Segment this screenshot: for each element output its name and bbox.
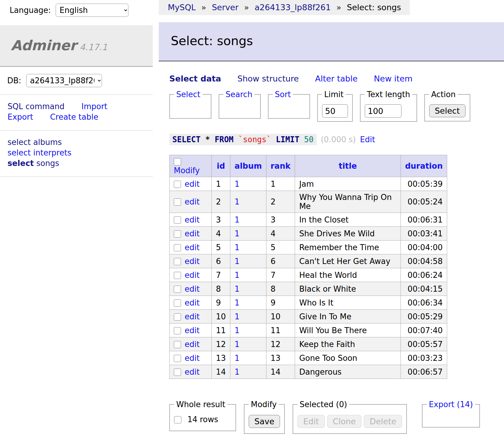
breadcrumb-link-mysql[interactable]: MySQL: [168, 3, 196, 12]
edit-query-link[interactable]: Edit: [360, 135, 375, 144]
row-checkbox[interactable]: [174, 299, 181, 307]
album-fk-link[interactable]: 1: [235, 312, 240, 321]
album-fk-link[interactable]: 1: [235, 229, 240, 238]
clone-selected-button[interactable]: Clone: [327, 415, 362, 428]
limit-fieldset: Limit: [317, 90, 353, 122]
row-checkbox[interactable]: [174, 355, 181, 362]
language-row: Language: English: [0, 0, 153, 21]
breadcrumb-link-server[interactable]: Server: [212, 3, 238, 12]
row-checkbox[interactable]: [174, 313, 181, 321]
sidebar-item-export[interactable]: Export: [8, 112, 33, 121]
cell-title: She Drives Me Wild: [295, 227, 401, 241]
row-edit-link[interactable]: edit: [185, 284, 200, 293]
row-edit-link[interactable]: edit: [185, 215, 200, 224]
row-checkbox[interactable]: [174, 272, 181, 279]
row-edit-link[interactable]: edit: [185, 271, 200, 280]
row-edit-link[interactable]: edit: [185, 326, 200, 335]
album-fk-link[interactable]: 1: [235, 354, 240, 363]
table-row: edit717Heal the World00:06:24: [170, 268, 447, 282]
row-edit-link[interactable]: edit: [185, 229, 200, 238]
album-fk-link[interactable]: 1: [235, 215, 240, 224]
select-submit-button[interactable]: Select: [429, 104, 466, 117]
album-fk-link[interactable]: 1: [235, 367, 240, 376]
row-edit-link[interactable]: edit: [185, 354, 200, 363]
row-checkbox[interactable]: [174, 286, 181, 293]
row-checkbox[interactable]: [174, 244, 181, 251]
id-sort-link[interactable]: id: [217, 161, 225, 170]
limit-input[interactable]: [322, 104, 348, 118]
sidebar-item-create-table[interactable]: Create table: [50, 112, 98, 121]
cell-album: 1: [230, 191, 266, 213]
row-edit-link[interactable]: edit: [185, 257, 200, 266]
tab-new-item[interactable]: New item: [374, 74, 412, 83]
row-checkbox[interactable]: [174, 181, 181, 188]
sidebar-item-import[interactable]: Import: [81, 102, 107, 111]
album-fk-link[interactable]: 1: [235, 271, 240, 280]
row-edit-link[interactable]: edit: [185, 180, 200, 189]
sort-link[interactable]: Sort: [275, 90, 291, 99]
tab-show-structure[interactable]: Show structure: [238, 74, 299, 83]
row-edit-link[interactable]: edit: [185, 298, 200, 307]
select-interprets-link[interactable]: select: [8, 148, 31, 157]
album-fk-link[interactable]: 1: [235, 298, 240, 307]
row-edit-link[interactable]: edit: [185, 312, 200, 321]
selected-legend: Selected (0): [297, 400, 349, 409]
row-checkbox[interactable]: [174, 327, 181, 334]
modify-header-link[interactable]: Modify: [174, 166, 200, 175]
row-edit-link[interactable]: edit: [185, 197, 200, 206]
interprets-table-link[interactable]: interprets: [33, 148, 72, 157]
tab-alter-table[interactable]: Alter table: [315, 74, 358, 83]
rank-sort-link[interactable]: rank: [271, 161, 290, 170]
select-columns-link[interactable]: Select: [176, 90, 200, 99]
album-fk-link[interactable]: 1: [235, 243, 240, 252]
sidebar-item-sql-command[interactable]: SQL command: [8, 102, 65, 111]
row-checkbox[interactable]: [174, 230, 181, 238]
whole-result-checkbox[interactable]: [174, 416, 181, 423]
album-fk-link[interactable]: 1: [235, 180, 240, 189]
album-fk-link[interactable]: 1: [235, 340, 240, 349]
album-fk-link[interactable]: 1: [235, 284, 240, 293]
cell-duration: 00:06:34: [401, 296, 447, 310]
sql-star: *: [205, 135, 210, 144]
cell-title: Keep the Faith: [295, 337, 401, 351]
delete-selected-button[interactable]: Delete: [364, 415, 402, 428]
album-fk-link[interactable]: 1: [235, 257, 240, 266]
cell-id: 6: [212, 254, 230, 268]
search-link[interactable]: Search: [226, 90, 252, 99]
row-checkbox[interactable]: [174, 369, 181, 376]
breadcrumb-link-database[interactable]: a264133_lp88f261: [255, 3, 331, 12]
songs-table-link[interactable]: songs: [36, 159, 59, 168]
language-select[interactable]: English: [56, 4, 128, 17]
title-sort-link[interactable]: title: [339, 161, 357, 170]
db-select[interactable]: a264133_lp88f261: [26, 74, 102, 87]
column-header-id: id: [212, 155, 230, 177]
album-fk-link[interactable]: 1: [235, 197, 240, 206]
select-albums-link[interactable]: select: [8, 138, 31, 147]
select-songs-link[interactable]: select: [8, 159, 34, 168]
row-checkbox[interactable]: [174, 258, 181, 265]
cell-duration: 00:06:57: [401, 365, 447, 379]
album-sort-link[interactable]: album: [235, 161, 262, 170]
select-all-checkbox[interactable]: [174, 158, 181, 165]
row-checkbox[interactable]: [174, 216, 181, 224]
save-button[interactable]: Save: [249, 415, 280, 428]
albums-table-link[interactable]: albums: [33, 138, 62, 147]
table-row: edit10110Give In To Me00:05:29: [170, 310, 447, 324]
cell-rank: 10: [266, 310, 295, 324]
text-length-input[interactable]: [365, 104, 401, 118]
tab-select-data[interactable]: Select data: [169, 74, 221, 83]
row-modify-cell: edit: [170, 254, 212, 268]
cell-id: 12: [212, 337, 230, 351]
cell-id: 10: [212, 310, 230, 324]
sql-query: SELECT * FROM `songs` LIMIT 50: [169, 134, 317, 145]
export-link[interactable]: Export (14): [429, 400, 473, 409]
row-edit-link[interactable]: edit: [185, 367, 200, 376]
duration-sort-link[interactable]: duration: [405, 161, 443, 170]
edit-selected-button[interactable]: Edit: [297, 415, 324, 428]
album-fk-link[interactable]: 1: [235, 326, 240, 335]
row-edit-link[interactable]: edit: [185, 243, 200, 252]
row-checkbox[interactable]: [174, 341, 181, 348]
cell-album: 1: [230, 282, 266, 296]
row-edit-link[interactable]: edit: [185, 340, 200, 349]
row-checkbox[interactable]: [174, 198, 181, 206]
